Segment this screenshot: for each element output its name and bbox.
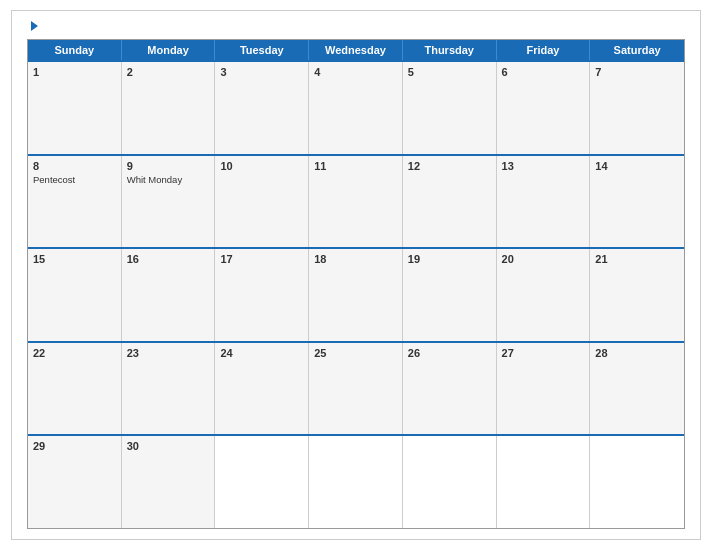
day-number: 17: [220, 253, 303, 265]
day-cell: 24: [215, 343, 309, 435]
day-header-thursday: Thursday: [403, 40, 497, 60]
day-cell: 20: [497, 249, 591, 341]
day-number: 8: [33, 160, 116, 172]
day-number: 19: [408, 253, 491, 265]
logo-blue-text: [27, 21, 38, 31]
day-cell: 7: [590, 62, 684, 154]
day-cell: 6: [497, 62, 591, 154]
day-cell: 23: [122, 343, 216, 435]
day-cell: [403, 436, 497, 528]
day-headers-row: SundayMondayTuesdayWednesdayThursdayFrid…: [28, 40, 684, 60]
day-number: 27: [502, 347, 585, 359]
day-cell: 19: [403, 249, 497, 341]
day-number: 14: [595, 160, 679, 172]
day-number: 23: [127, 347, 210, 359]
day-number: 10: [220, 160, 303, 172]
day-cell: 10: [215, 156, 309, 248]
day-cell: 14: [590, 156, 684, 248]
day-cell: 30: [122, 436, 216, 528]
day-cell: 21: [590, 249, 684, 341]
day-number: 22: [33, 347, 116, 359]
day-number: 2: [127, 66, 210, 78]
day-number: 15: [33, 253, 116, 265]
day-cell: 12: [403, 156, 497, 248]
day-number: 28: [595, 347, 679, 359]
day-cell: 26: [403, 343, 497, 435]
day-cell: 18: [309, 249, 403, 341]
day-number: 21: [595, 253, 679, 265]
day-number: 20: [502, 253, 585, 265]
calendar-container: SundayMondayTuesdayWednesdayThursdayFrid…: [11, 10, 701, 540]
calendar-grid: SundayMondayTuesdayWednesdayThursdayFrid…: [27, 39, 685, 529]
day-cell: 5: [403, 62, 497, 154]
day-number: 16: [127, 253, 210, 265]
day-header-sunday: Sunday: [28, 40, 122, 60]
day-number: 9: [127, 160, 210, 172]
logo-triangle-icon: [31, 21, 38, 31]
calendar-header: [27, 21, 685, 31]
day-cell: 29: [28, 436, 122, 528]
day-number: 3: [220, 66, 303, 78]
day-number: 1: [33, 66, 116, 78]
day-cell: 4: [309, 62, 403, 154]
day-cell: 25: [309, 343, 403, 435]
day-cell: 3: [215, 62, 309, 154]
day-cell: [215, 436, 309, 528]
day-cell: [309, 436, 403, 528]
day-number: 13: [502, 160, 585, 172]
day-header-monday: Monday: [122, 40, 216, 60]
day-cell: 9Whit Monday: [122, 156, 216, 248]
week-row-5: 2930: [28, 434, 684, 528]
week-row-1: 1234567: [28, 60, 684, 154]
day-number: 25: [314, 347, 397, 359]
day-number: 18: [314, 253, 397, 265]
weeks-container: 12345678Pentecost9Whit Monday10111213141…: [28, 60, 684, 528]
day-number: 30: [127, 440, 210, 452]
day-cell: [590, 436, 684, 528]
day-header-saturday: Saturday: [590, 40, 684, 60]
day-number: 5: [408, 66, 491, 78]
day-cell: 8Pentecost: [28, 156, 122, 248]
day-cell: 13: [497, 156, 591, 248]
day-cell: 17: [215, 249, 309, 341]
day-cell: 27: [497, 343, 591, 435]
day-cell: 22: [28, 343, 122, 435]
week-row-2: 8Pentecost9Whit Monday1011121314: [28, 154, 684, 248]
day-cell: [497, 436, 591, 528]
day-header-wednesday: Wednesday: [309, 40, 403, 60]
day-number: 24: [220, 347, 303, 359]
day-number: 7: [595, 66, 679, 78]
day-number: 26: [408, 347, 491, 359]
day-cell: 28: [590, 343, 684, 435]
day-number: 12: [408, 160, 491, 172]
logo: [27, 21, 38, 31]
day-number: 11: [314, 160, 397, 172]
day-header-friday: Friday: [497, 40, 591, 60]
week-row-3: 15161718192021: [28, 247, 684, 341]
day-number: 29: [33, 440, 116, 452]
day-cell: 16: [122, 249, 216, 341]
day-event: Whit Monday: [127, 174, 210, 186]
day-cell: 15: [28, 249, 122, 341]
day-event: Pentecost: [33, 174, 116, 186]
day-cell: 11: [309, 156, 403, 248]
day-number: 4: [314, 66, 397, 78]
day-cell: 2: [122, 62, 216, 154]
week-row-4: 22232425262728: [28, 341, 684, 435]
day-number: 6: [502, 66, 585, 78]
day-cell: 1: [28, 62, 122, 154]
day-header-tuesday: Tuesday: [215, 40, 309, 60]
